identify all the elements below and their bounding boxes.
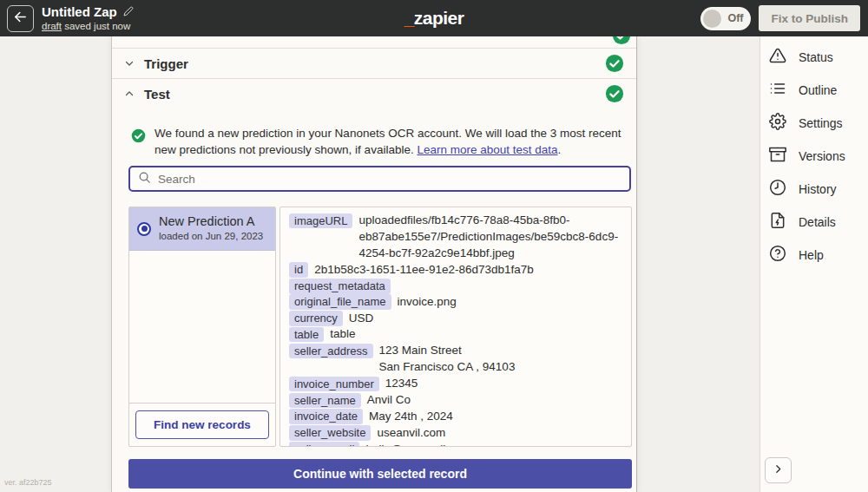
- zap-title-block: Untitled Zap draft saved just now: [42, 4, 134, 33]
- trigger-section-header[interactable]: Trigger: [112, 49, 636, 79]
- field-key-pill: currency: [289, 311, 343, 326]
- field-value: 123 Main Street San Francisco CA , 94103: [379, 343, 516, 376]
- field-value: useanvil.com: [377, 425, 445, 442]
- record-field-row: imageURLuploadedfiles/fb14c776-78a8-45ba…: [289, 213, 622, 262]
- field-value: hello@useanvil.com: [365, 442, 470, 447]
- record-field-row: currencyUSD: [289, 311, 622, 327]
- previous-section-row: [112, 36, 636, 49]
- record-field-row: seller_websiteuseanvil.com: [289, 425, 622, 442]
- field-key-pill: seller_website: [289, 425, 371, 441]
- test-result-message: We found a new prediction in your Nanone…: [155, 125, 628, 158]
- toggle-knob: [703, 10, 721, 28]
- field-key-pill: seller_address: [289, 344, 373, 359]
- field-key-pill: seller_email: [289, 442, 359, 447]
- file-lightning-icon: [769, 212, 786, 233]
- draft-link[interactable]: draft: [42, 21, 62, 31]
- test-section-label: Test: [144, 87, 170, 102]
- back-button[interactable]: [7, 5, 34, 32]
- search-input[interactable]: [158, 173, 609, 186]
- record-field-row: id2b1b58c3-1651-11ee-91e2-86d73db1fa7b: [289, 262, 622, 279]
- sidebar-item-outline[interactable]: Outline: [760, 74, 868, 107]
- trigger-section-label: Trigger: [144, 56, 188, 71]
- record-field-row: tabletable: [289, 326, 622, 343]
- record-field-row: seller_emailhello@useanvil.com: [289, 442, 622, 447]
- field-value: uploadedfiles/fb14c776-78a8-45ba-8fb0-eb…: [358, 213, 622, 262]
- top-bar: Untitled Zap draft saved just now _zapie…: [0, 0, 868, 36]
- record-field-row: invoice_dateMay 24th , 2024: [289, 409, 622, 425]
- field-key-pill: invoice_date: [289, 409, 363, 424]
- record-detail-panel[interactable]: imageURLuploadedfiles/fb14c776-78a8-45ba…: [279, 207, 632, 447]
- field-value: 12345: [385, 376, 418, 392]
- record-field-row: request_metadata: [289, 279, 622, 294]
- field-value: invoice.png: [398, 294, 457, 311]
- edit-pencil-icon[interactable]: [123, 4, 134, 20]
- field-key-pill: imageURL: [289, 213, 352, 229]
- record-field-row: original_file_nameinvoice.png: [289, 294, 622, 311]
- zap-on-off-toggle[interactable]: Off: [700, 7, 751, 30]
- right-sidebar: StatusOutlineSettingsVersionsHistoryDeta…: [760, 36, 868, 492]
- record-search-box: [128, 166, 631, 192]
- sidebar-item-label: Details: [799, 215, 836, 229]
- test-section-header[interactable]: Test: [112, 79, 636, 108]
- field-value: Anvil Co: [367, 392, 411, 409]
- check-circle-icon: [605, 84, 624, 103]
- zap-title: Untitled Zap: [42, 4, 117, 19]
- record-item-selected[interactable]: New Prediction A loaded on Jun 29, 2023: [129, 207, 275, 251]
- fix-to-publish-button[interactable]: Fix to Publish: [759, 5, 860, 31]
- record-loaded-date: loaded on Jun 29, 2023: [159, 231, 263, 243]
- radio-selected-icon[interactable]: [137, 222, 151, 236]
- toggle-label: Off: [727, 12, 743, 24]
- sidebar-item-details[interactable]: Details: [760, 206, 868, 239]
- step-editor-panel: Trigger Test We found a new prediction i…: [111, 36, 637, 492]
- record-list-footer: Find new records: [129, 403, 275, 446]
- field-value: table: [330, 326, 355, 343]
- gear-icon: [769, 113, 786, 134]
- field-key-pill: original_file_name: [289, 294, 391, 310]
- chevron-up-icon: [124, 89, 135, 99]
- success-check-icon: [131, 128, 146, 147]
- list-icon: [769, 80, 786, 101]
- find-new-records-button[interactable]: Find new records: [135, 410, 269, 439]
- search-icon: [130, 171, 151, 187]
- sidebar-item-versions[interactable]: Versions: [760, 140, 868, 173]
- field-key-pill: id: [289, 262, 308, 278]
- continue-with-selected-record-button[interactable]: Continue with selected record: [128, 459, 632, 489]
- record-list-empty-space: [129, 251, 275, 403]
- chevron-down-icon: [124, 58, 135, 69]
- field-key-pill: invoice_number: [289, 377, 379, 392]
- field-key-pill: seller_name: [289, 393, 361, 409]
- sidebar-item-label: Outline: [799, 83, 837, 97]
- learn-more-link[interactable]: Learn more about test data: [417, 143, 557, 156]
- record-field-row: seller_nameAnvil Co: [289, 392, 622, 409]
- sidebar-collapse-button[interactable]: [765, 457, 792, 483]
- archive-box-icon: [769, 146, 786, 167]
- sidebar-item-label: Status: [799, 50, 833, 64]
- check-circle-icon: [612, 36, 631, 45]
- help-circle-icon: [769, 245, 786, 266]
- sidebar-item-label: Versions: [799, 149, 845, 163]
- record-field-row: seller_address123 Main Street San Franci…: [289, 343, 622, 376]
- field-value: May 24th , 2024: [369, 409, 453, 425]
- save-status: draft saved just now: [42, 21, 134, 32]
- sidebar-item-label: Help: [799, 248, 824, 262]
- field-value: 2b1b58c3-1651-11ee-91e2-86d73db1fa7b: [314, 262, 534, 279]
- record-title: New Prediction A: [159, 214, 263, 229]
- alert-triangle-icon: [769, 47, 786, 68]
- arrow-left-icon: [13, 10, 28, 28]
- sidebar-item-settings[interactable]: Settings: [760, 107, 868, 140]
- sidebar-item-status[interactable]: Status: [760, 41, 868, 74]
- sidebar-items: StatusOutlineSettingsVersionsHistoryDeta…: [760, 41, 868, 272]
- clock-icon: [769, 179, 786, 200]
- field-value: USD: [349, 311, 374, 327]
- record-field-row: invoice_number12345: [289, 376, 622, 392]
- field-key-pill: table: [289, 327, 324, 343]
- sidebar-item-history[interactable]: History: [760, 173, 868, 206]
- sidebar-item-label: History: [799, 182, 837, 196]
- sidebar-item-help[interactable]: Help: [760, 239, 868, 272]
- record-list: New Prediction A loaded on Jun 29, 2023 …: [128, 207, 276, 447]
- check-circle-icon: [605, 54, 624, 73]
- sidebar-item-label: Settings: [799, 116, 843, 130]
- field-key-pill: request_metadata: [289, 279, 391, 294]
- version-label: ver. af22b725: [4, 478, 52, 487]
- chevron-right-icon: [773, 462, 784, 478]
